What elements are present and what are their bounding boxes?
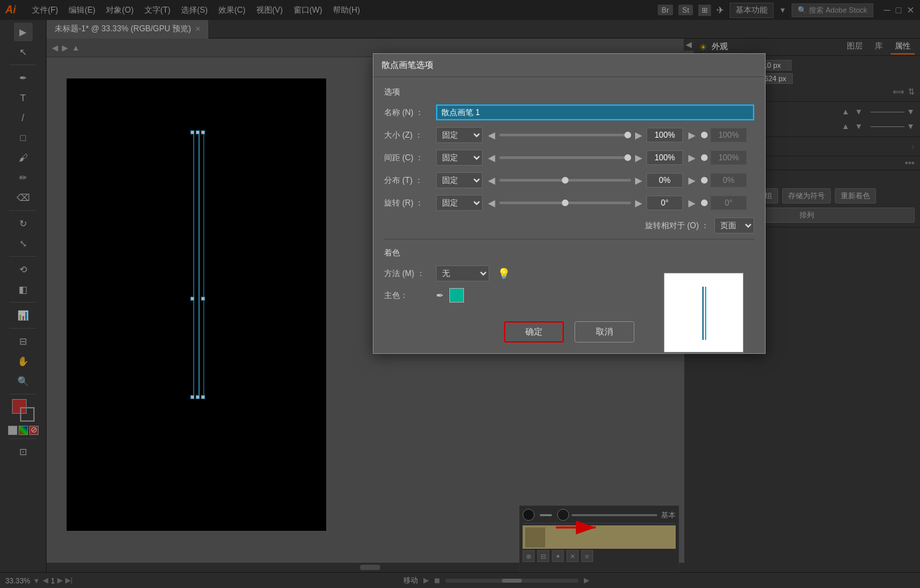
dialog-size-slider[interactable] [499, 134, 631, 136]
dialog-rotation-relative-label: 旋转相对于 (O) ： [645, 220, 709, 231]
eyedropper-icon[interactable]: ✒ [436, 290, 444, 301]
scatter-brush-dialog: 散点画笔选项 选项 名称 (N) ： 大小 (Z) ： 固定 ◀ [373, 53, 766, 354]
preview-line-1 [702, 287, 704, 340]
dialog-rotation-slider[interactable] [499, 202, 631, 204]
size-slider-thumb[interactable] [624, 132, 631, 138]
dialog-scatter-dropdown[interactable]: 固定 [436, 172, 483, 188]
dialog-size-slider-container: ◀ ▶ [488, 128, 683, 142]
rotation-right-arrow2[interactable]: ▶ [688, 198, 696, 208]
dialog-size-label: 大小 (Z) ： [384, 130, 431, 141]
dialog-size-value1[interactable] [646, 128, 683, 142]
scatter-right-arrow2[interactable]: ▶ [688, 175, 696, 186]
preview-line-2 [705, 287, 706, 340]
size-left-arrow[interactable]: ◀ [488, 130, 495, 140]
dialog-color-section: 着色 方法 (M) ： 无 💡 主色： ✒ [384, 239, 754, 303]
dialog-scatter-slider[interactable] [499, 179, 631, 182]
dialog-cancel-button[interactable]: 取消 [575, 321, 634, 343]
dialog-method-dropdown[interactable]: 无 [436, 265, 489, 281]
modal-overlay: 散点画笔选项 选项 名称 (N) ： 大小 (Z) ： 固定 ◀ [0, 0, 920, 588]
dialog-name-label: 名称 (N) ： [384, 107, 431, 118]
size-right-arrow[interactable]: ▶ [635, 130, 642, 140]
spacing-slider-thumb[interactable] [624, 154, 631, 161]
dialog-spacing-value2 [710, 150, 747, 165]
dialog-rotation-row: 旋转 (R) ： 固定 ◀ ▶ ▶ [384, 195, 754, 211]
dialog-scatter-value2 [710, 173, 747, 188]
dialog-size-value2 [710, 128, 747, 142]
size-dot [701, 132, 708, 138]
rotation-right-arrow[interactable]: ▶ [635, 198, 642, 208]
dialog-preview-box [664, 273, 744, 353]
dialog-rotation-dropdown[interactable]: 固定 [436, 195, 483, 211]
spacing-right-section [701, 150, 754, 165]
dialog-rotation-value1[interactable] [646, 196, 683, 210]
dialog-spacing-slider[interactable] [499, 156, 631, 159]
rotation-slider-thumb[interactable] [562, 200, 569, 206]
dialog-name-input[interactable] [436, 104, 754, 120]
rotation-right-section [701, 196, 754, 210]
dialog-section-options: 选项 [384, 86, 754, 98]
size-right-section [701, 128, 754, 142]
dialog-size-dropdown[interactable]: 固定 [436, 127, 483, 143]
spacing-right-arrow2[interactable]: ▶ [688, 152, 696, 163]
dialog-scatter-row: 分布 (T) ： 固定 ◀ ▶ ▶ [384, 172, 754, 188]
dialog-scatter-label: 分布 (T) ： [384, 175, 431, 186]
dialog-spacing-slider-container: ◀ ▶ [488, 150, 683, 165]
dialog-size-row: 大小 (Z) ： 固定 ◀ ▶ ▶ [384, 127, 754, 143]
dialog-main-color-label: 主色： [384, 290, 431, 301]
scatter-right-arrow[interactable]: ▶ [635, 175, 642, 186]
dialog-spacing-label: 间距 (C) ： [384, 152, 431, 164]
dialog-spacing-dropdown[interactable]: 固定 [436, 150, 483, 166]
dialog-rotation-slider-container: ◀ ▶ [488, 196, 683, 210]
dialog-scatter-slider-container: ◀ ▶ [488, 173, 683, 188]
main-color-swatch[interactable] [449, 288, 464, 303]
dialog-rotation-label: 旋转 (R) ： [384, 198, 431, 209]
rotation-left-arrow[interactable]: ◀ [488, 198, 495, 208]
dialog-scatter-value1[interactable] [646, 173, 683, 188]
spacing-dot [701, 154, 708, 161]
dialog-name-row: 名称 (N) ： [384, 104, 754, 120]
dialog-method-label: 方法 (M) ： [384, 268, 431, 279]
scatter-right-section [701, 173, 754, 188]
dialog-spacing-value1[interactable] [646, 150, 683, 165]
size-right-arrow2[interactable]: ▶ [688, 130, 696, 140]
spacing-right-arrow[interactable]: ▶ [635, 152, 642, 163]
scatter-left-arrow[interactable]: ◀ [488, 175, 495, 186]
dialog-title: 散点画笔选项 [381, 59, 433, 71]
dialog-title-bar: 散点画笔选项 [373, 54, 765, 77]
dialog-spacing-row: 间距 (C) ： 固定 ◀ ▶ ▶ [384, 150, 754, 166]
dialog-rotation-relative-dropdown[interactable]: 页面 [714, 218, 754, 233]
spacing-left-arrow[interactable]: ◀ [488, 152, 495, 163]
scatter-slider-thumb[interactable] [562, 177, 569, 184]
dialog-ok-button[interactable]: 确定 [504, 321, 564, 343]
dialog-section-coloring: 着色 [384, 247, 754, 259]
rotation-dot [701, 200, 708, 206]
dialog-rotation-relative-row: 旋转相对于 (O) ： 页面 [384, 218, 754, 233]
lightbulb-icon[interactable]: 💡 [497, 267, 511, 280]
dialog-body: 选项 名称 (N) ： 大小 (Z) ： 固定 ◀ ▶ [373, 77, 765, 312]
scatter-dot [701, 177, 708, 184]
dialog-rotation-value2 [710, 196, 747, 210]
